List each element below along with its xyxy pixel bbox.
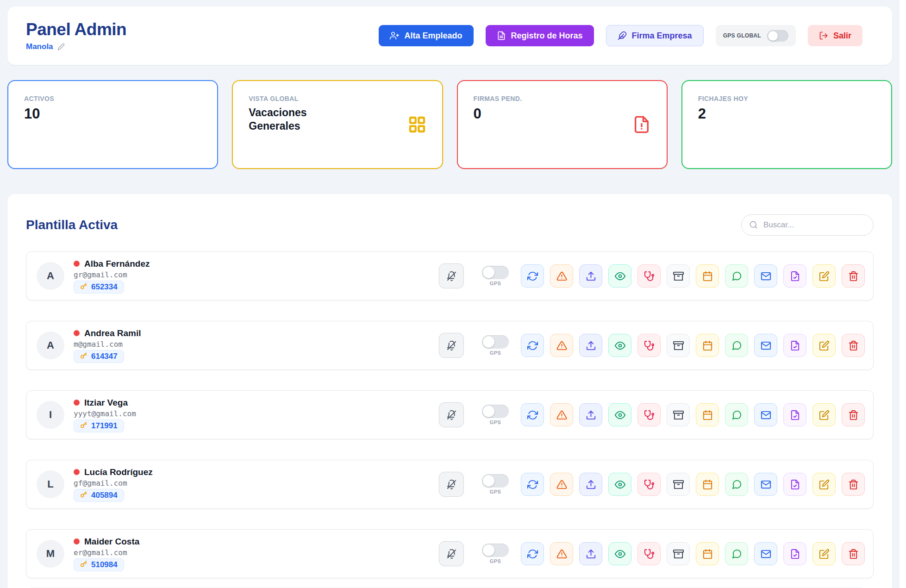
admin-dashboard: Panel Admin Manola Alta Empleado Registr… [0, 0, 906, 588]
bell-off-icon [446, 271, 457, 281]
gps-global-toggle[interactable] [767, 30, 788, 42]
mute-notifications-button[interactable] [439, 263, 464, 288]
trash-icon [848, 410, 859, 420]
warning-button[interactable] [550, 542, 573, 565]
refresh-button[interactable] [521, 334, 544, 357]
edit-company-icon[interactable] [57, 43, 65, 50]
upload-button[interactable] [579, 542, 602, 565]
stethoscope-icon [644, 410, 655, 420]
calendar-button[interactable] [696, 334, 719, 357]
search-input[interactable] [741, 214, 874, 236]
delete-button[interactable] [842, 264, 865, 288]
delete-button[interactable] [842, 542, 865, 565]
refresh-button[interactable] [521, 473, 544, 496]
warning-icon [556, 479, 567, 490]
scrollbar[interactable] [900, 0, 906, 588]
file-check-button[interactable] [783, 403, 806, 426]
calendar-button[interactable] [696, 473, 719, 496]
edit-icon [819, 271, 830, 281]
trash-icon [848, 340, 859, 351]
mail-button[interactable] [754, 542, 777, 565]
archive-button[interactable] [667, 334, 690, 357]
view-button[interactable] [608, 473, 631, 496]
salir-button[interactable]: Salir [808, 25, 862, 46]
archive-button[interactable] [667, 473, 690, 496]
edit-button[interactable] [812, 264, 836, 288]
employee-name: Andrea Ramil [84, 328, 141, 338]
mute-notifications-button[interactable] [439, 402, 464, 427]
key-icon [80, 421, 87, 431]
gps-toggle[interactable] [482, 335, 509, 349]
mail-button[interactable] [754, 334, 777, 357]
warning-button[interactable] [550, 473, 573, 496]
delete-button[interactable] [842, 473, 865, 496]
employee-email: yyyt@gmail.com [74, 409, 136, 418]
medical-button[interactable] [637, 334, 661, 357]
search-box [741, 214, 874, 236]
edit-button[interactable] [812, 542, 836, 565]
view-button[interactable] [608, 334, 631, 357]
warning-button[interactable] [550, 334, 573, 357]
medical-button[interactable] [637, 473, 661, 496]
medical-button[interactable] [637, 403, 661, 426]
warning-button[interactable] [550, 264, 573, 288]
upload-button[interactable] [579, 264, 602, 288]
upload-button[interactable] [579, 473, 602, 496]
mute-notifications-button[interactable] [439, 333, 464, 358]
medical-button[interactable] [637, 542, 661, 565]
archive-button[interactable] [667, 264, 690, 288]
file-check-button[interactable] [783, 264, 806, 288]
file-check-button[interactable] [783, 542, 806, 565]
refresh-button[interactable] [521, 542, 544, 565]
edit-button[interactable] [812, 473, 836, 496]
edit-button[interactable] [812, 334, 836, 357]
file-check-button[interactable] [783, 334, 806, 357]
medical-button[interactable] [637, 264, 661, 288]
file-check-button[interactable] [783, 473, 806, 496]
warning-icon [556, 271, 567, 281]
firma-empresa-button[interactable]: Firma Empresa [606, 25, 704, 46]
calendar-button[interactable] [696, 264, 719, 288]
chat-button[interactable] [725, 264, 748, 288]
key-icon [80, 560, 87, 569]
view-button[interactable] [608, 542, 631, 565]
view-button[interactable] [608, 264, 631, 288]
view-button[interactable] [608, 403, 631, 426]
gps-toggle[interactable] [482, 266, 509, 279]
chat-button[interactable] [725, 403, 748, 426]
alta-empleado-button[interactable]: Alta Empleado [379, 25, 473, 46]
upload-button[interactable] [579, 403, 602, 426]
row-actions: GPS [439, 472, 865, 497]
upload-button[interactable] [579, 334, 602, 357]
chat-icon [731, 549, 742, 559]
gps-toggle[interactable] [482, 474, 509, 488]
chat-button[interactable] [725, 542, 748, 565]
edit-button[interactable] [812, 403, 836, 426]
mail-button[interactable] [754, 473, 777, 496]
pin-code: 652334 [91, 282, 118, 292]
file-alert-icon [632, 115, 651, 134]
mute-notifications-button[interactable] [439, 472, 464, 497]
chat-button[interactable] [725, 334, 748, 357]
gps-toggle[interactable] [482, 544, 509, 557]
mute-notifications-button[interactable] [439, 541, 464, 566]
warning-button[interactable] [550, 403, 573, 426]
refresh-button[interactable] [521, 403, 544, 426]
refresh-button[interactable] [521, 264, 544, 288]
employee-name: Maider Costa [84, 537, 139, 547]
gps-cell: GPS [482, 544, 509, 564]
registro-horas-button[interactable]: Registro de Horas [486, 25, 594, 46]
calendar-button[interactable] [696, 542, 719, 565]
calendar-button[interactable] [696, 403, 719, 426]
delete-button[interactable] [842, 334, 865, 357]
upload-icon [586, 549, 596, 559]
gps-toggle[interactable] [482, 405, 509, 418]
gps-cell: GPS [482, 474, 509, 494]
delete-button[interactable] [842, 403, 865, 426]
chat-button[interactable] [725, 473, 748, 496]
edit-icon [819, 549, 830, 559]
mail-button[interactable] [754, 264, 777, 288]
archive-button[interactable] [667, 403, 690, 426]
mail-button[interactable] [754, 403, 777, 426]
archive-button[interactable] [667, 542, 690, 565]
